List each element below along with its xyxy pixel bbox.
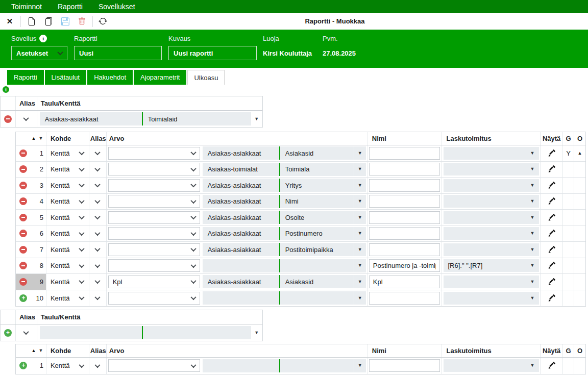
dropdown-arrow-icon[interactable]: ▼ [251,331,262,335]
arvo-select[interactable] [108,243,200,256]
laskutoimitus-field[interactable]: ▼ [444,211,539,224]
sovellus-select[interactable]: Asetukset [11,46,67,60]
info-icon[interactable]: i [3,86,9,93]
dropdown-arrow-icon[interactable]: ▼ [354,211,366,224]
taulu-field[interactable]: Asiakas-asiakkaat [40,112,142,126]
nimi-input[interactable] [369,243,440,256]
kohde-select[interactable]: Kenttä [46,178,89,193]
add-row-icon[interactable] [4,329,12,337]
kohde-select[interactable]: Kenttä [46,358,89,374]
kentta-field[interactable]: Nimi [280,195,354,208]
edit-pencil-icon[interactable] [548,230,555,237]
alias-dropdown[interactable] [89,290,107,307]
refresh-icon[interactable] [97,16,108,27]
sort-up-icon[interactable]: ▲ [31,136,36,141]
dropdown-arrow-icon[interactable]: ▼ [354,163,366,176]
alias-dropdown[interactable] [89,178,107,193]
sort-down-icon[interactable]: ▼ [38,136,43,141]
alias-dropdown[interactable] [89,194,107,210]
dropdown-arrow-icon[interactable]: ▼ [354,227,366,240]
kentta-field[interactable]: Toimialaid [143,112,251,126]
laskutoimitus-field[interactable]: ▼ [444,163,539,176]
taulu-field[interactable] [203,359,279,372]
arvo-select[interactable] [108,227,200,240]
kohde-select[interactable]: Kenttä [46,162,89,178]
laskutoimitus-field[interactable]: ▼ [444,292,539,305]
remove-row-icon[interactable] [19,197,27,205]
nimi-input[interactable] [369,359,440,372]
menu-item-sovellukset[interactable]: Sovellukset [99,3,135,11]
tab-lisataulut[interactable]: Lisätaulut [45,70,87,85]
nimi-input[interactable] [369,147,440,160]
edit-pencil-icon[interactable] [548,246,555,254]
kohde-select[interactable]: Kenttä [46,258,89,274]
nimi-input[interactable] [369,292,440,305]
nimi-input[interactable] [369,211,440,224]
new-document-icon[interactable] [26,16,37,27]
kohde-select[interactable]: Kenttä [46,210,89,225]
arvo-select[interactable] [108,211,200,224]
edit-pencil-icon[interactable] [548,294,555,302]
add-row-icon[interactable] [19,294,27,302]
alias-dropdown[interactable] [16,324,37,341]
arvo-select[interactable]: Kpl [108,275,200,288]
edit-pencil-icon[interactable] [548,278,555,286]
raportti-input[interactable] [74,46,162,60]
kohde-select[interactable]: Kenttä [46,242,89,258]
delete-icon[interactable] [76,16,87,27]
laskutoimitus-field[interactable]: ▼ [444,359,539,372]
laskutoimitus-field[interactable]: ▼ [444,195,539,208]
menu-item-toiminnot[interactable]: Toiminnot [11,3,42,11]
info-icon[interactable]: i [39,35,47,42]
dropdown-arrow-icon[interactable]: ▼ [354,291,366,305]
kentta-field[interactable] [280,359,354,372]
kentta-field[interactable] [143,326,251,339]
dropdown-arrow-icon[interactable]: ▼ [354,259,366,272]
kentta-field[interactable]: Asiakasid [280,275,354,288]
remove-row-icon[interactable] [19,230,27,237]
edit-pencil-icon[interactable] [548,165,555,173]
edit-pencil-icon[interactable] [548,214,555,221]
laskutoimitus-field[interactable]: ▼ [444,179,539,192]
nimi-input[interactable] [369,227,440,240]
kentta-field[interactable]: Postitoimipaikka [280,243,354,256]
remove-row-icon[interactable] [19,149,27,157]
remove-row-icon[interactable] [19,246,27,254]
taulu-field[interactable]: Asiakas-asiakkaat [203,275,279,288]
dropdown-arrow-icon[interactable]: ▼ [354,359,366,372]
taulu-field[interactable]: Asiakas-asiakkaat [203,243,279,256]
tab-ulkoasu[interactable]: Ulkoasu [187,70,225,85]
nimi-input[interactable] [369,163,440,176]
taulu-field[interactable] [40,326,142,339]
remove-row-icon[interactable] [19,214,27,221]
laskutoimitus-field[interactable]: ▼ [444,243,539,256]
edit-pencil-icon[interactable] [548,149,555,157]
add-row-icon[interactable] [19,362,27,369]
dropdown-arrow-icon[interactable]: ▼ [354,195,366,208]
kohde-select[interactable]: Kenttä [46,145,89,161]
close-icon[interactable]: ✕ [4,16,15,27]
kuvaus-input[interactable] [168,46,257,60]
arvo-select[interactable] [108,195,200,208]
arvo-select[interactable] [108,292,200,305]
taulu-field[interactable]: Asiakas-asiakkaat [203,146,279,160]
taulu-field[interactable] [203,291,279,305]
laskutoimitus-field[interactable]: [R6]." ".[R7] ▼ [444,259,539,272]
kentta-field[interactable] [280,259,354,272]
kentta-field[interactable]: Asiakasid [280,146,354,160]
dropdown-arrow-icon[interactable]: ▼ [354,179,366,192]
arvo-select[interactable] [108,179,200,192]
alias-dropdown[interactable] [89,226,107,242]
arvo-select[interactable] [108,163,200,176]
kentta-field[interactable]: Osoite [280,211,354,224]
nimi-input[interactable] [369,195,440,208]
remove-row-icon[interactable] [19,262,27,269]
kohde-select[interactable]: Kenttä [46,226,89,242]
sort-up-icon[interactable]: ▲ [31,348,36,353]
laskutoimitus-field[interactable]: ▼ [444,275,539,288]
remove-row-icon[interactable] [19,165,27,173]
tab-raportti[interactable]: Raportti [7,70,44,85]
alias-dropdown[interactable] [16,111,37,127]
taulu-field[interactable]: Asiakas-asiakkaat [203,211,279,224]
tab-ajoparametrit[interactable]: Ajoparametrit [134,70,186,85]
